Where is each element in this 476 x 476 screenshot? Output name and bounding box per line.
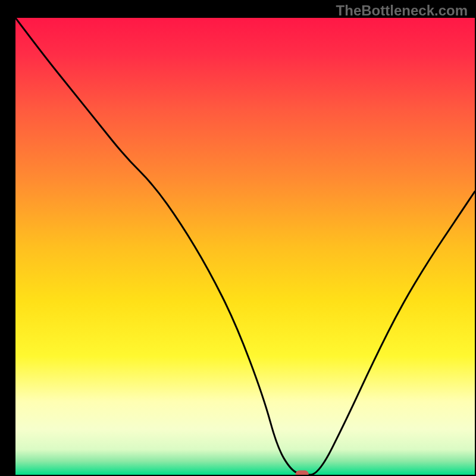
optimal-marker [296,471,309,477]
svg-rect-1 [296,471,309,477]
gradient-background [15,18,475,475]
attribution-label: TheBottleneck.com [336,2,468,19]
chart-container: TheBottleneck.com [0,0,476,476]
bottleneck-chart [0,0,476,476]
